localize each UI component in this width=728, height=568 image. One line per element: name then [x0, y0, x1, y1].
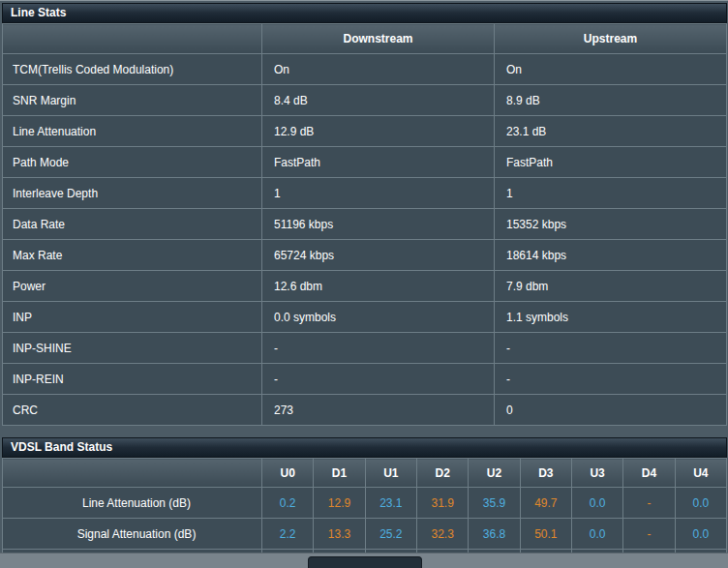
band-column-header-d1: D1	[314, 459, 365, 488]
stat-upstream-value: On	[495, 54, 727, 85]
band-column-header-u2: U2	[469, 459, 520, 488]
stat-label: SNR Margin	[3, 85, 262, 116]
band-value-u3: 0.0	[571, 488, 622, 519]
stat-upstream-value: -	[495, 364, 727, 395]
stat-label: Line Attenuation	[3, 116, 262, 147]
table-row: TCM(Trellis Coded Modulation) On On	[3, 54, 727, 85]
band-value-d4: -	[623, 488, 675, 519]
band-value-u2: 35.9	[469, 488, 520, 519]
stat-upstream-value: 8.9 dB	[495, 85, 727, 116]
band-value-d2: 32.3	[416, 519, 468, 550]
band-stat-label: Line Attenuation (dB)	[3, 488, 262, 519]
band-value-d1: 13.3	[314, 519, 365, 550]
stat-upstream-value: 1.1 symbols	[495, 302, 727, 333]
dsl-stats-page: Line Stats Downstream Upstream TCM(Trell…	[0, 0, 728, 568]
band-value-d2: 31.9	[416, 488, 468, 519]
table-row: Path Mode FastPath FastPath	[3, 147, 727, 178]
stat-upstream-value: 7.9 dbm	[495, 271, 727, 302]
stat-label: Path Mode	[3, 147, 262, 178]
line-stats-panel: Line Stats Downstream Upstream TCM(Trell…	[2, 3, 727, 426]
line-stats-header-row: Downstream Upstream	[3, 24, 727, 54]
band-column-header-u4: U4	[675, 459, 726, 488]
table-row: Signal Attenuation (dB) 2.2 13.3 25.2 32…	[3, 519, 727, 550]
stat-upstream-value: 18614 kbps	[495, 240, 727, 271]
band-value-u0: 0.2	[262, 488, 314, 519]
stat-label: INP-SHINE	[3, 333, 262, 364]
band-value-u0: 2.2	[262, 519, 314, 550]
table-row: INP-REIN - -	[3, 364, 727, 395]
refresh-button-partial[interactable]	[308, 556, 422, 568]
stat-label: CRC	[3, 395, 262, 426]
band-value-u4: 0.0	[675, 488, 726, 519]
table-row: Interleave Depth 1 1	[3, 178, 727, 209]
table-row: INP-SHINE - -	[3, 333, 727, 364]
stat-upstream-value: -	[495, 333, 727, 364]
stat-downstream-value: 12.6 dbm	[262, 271, 495, 302]
stat-label: INP	[3, 302, 262, 333]
stat-downstream-value: 51196 kbps	[262, 209, 495, 240]
band-value-u2: 36.8	[469, 519, 520, 550]
band-column-header-u3: U3	[571, 459, 622, 488]
table-row: CRC 273 0	[3, 395, 727, 426]
vdsl-band-status-table: U0 D1 U1 D2 U2 D3 U3 D4 U4 Line Attenuat…	[2, 458, 727, 568]
table-row: Line Attenuation (dB) 0.2 12.9 23.1 31.9…	[3, 488, 727, 519]
band-column-header-u0: U0	[262, 459, 314, 488]
stat-downstream-value: 273	[262, 395, 495, 426]
empty-header-cell	[3, 24, 262, 54]
stat-downstream-value: -	[262, 364, 495, 395]
stat-label: Interleave Depth	[3, 178, 262, 209]
stat-label: Data Rate	[3, 209, 262, 240]
band-value-u1: 25.2	[365, 519, 416, 550]
stat-downstream-value: 12.9 dB	[262, 116, 495, 147]
band-value-d3: 49.7	[520, 488, 571, 519]
vdsl-header-row: U0 D1 U1 D2 U2 D3 U3 D4 U4	[3, 459, 727, 488]
table-row: INP 0.0 symbols 1.1 symbols	[3, 302, 727, 333]
table-row: Max Rate 65724 kbps 18614 kbps	[3, 240, 727, 271]
vdsl-band-status-panel: VDSL Band Status U0 D1 U1 D2 U2 D3 U3 D4…	[2, 437, 727, 568]
band-column-header-d4: D4	[623, 459, 675, 488]
band-value-d3: 50.1	[520, 519, 571, 550]
band-column-header-u1: U1	[365, 459, 416, 488]
stat-downstream-value: 0.0 symbols	[262, 302, 495, 333]
stat-upstream-value: FastPath	[495, 147, 727, 178]
line-stats-title: Line Stats	[2, 3, 727, 23]
band-stat-label: Signal Attenuation (dB)	[3, 519, 262, 550]
table-row: Power 12.6 dbm 7.9 dbm	[3, 271, 727, 302]
stat-downstream-value: 8.4 dB	[262, 85, 495, 116]
band-value-u4: 0.0	[675, 519, 726, 550]
stat-upstream-value: 15352 kbps	[495, 209, 727, 240]
band-value-d4: -	[623, 519, 675, 550]
band-value-u1: 23.1	[365, 488, 416, 519]
stat-downstream-value: 1	[262, 178, 495, 209]
vdsl-band-status-title: VDSL Band Status	[2, 437, 727, 458]
stat-downstream-value: -	[262, 333, 495, 364]
band-column-header-d3: D3	[520, 459, 571, 488]
stat-downstream-value: On	[262, 54, 495, 85]
band-value-u3: 0.0	[571, 519, 622, 550]
empty-header-cell	[3, 459, 262, 488]
stat-upstream-value: 1	[495, 178, 727, 209]
stat-label: Power	[3, 271, 262, 302]
table-row: SNR Margin 8.4 dB 8.9 dB	[3, 85, 727, 116]
stat-upstream-value: 0	[495, 395, 727, 426]
stat-label: Max Rate	[3, 240, 262, 271]
stat-downstream-value: 65724 kbps	[262, 240, 495, 271]
stat-label: INP-REIN	[3, 364, 262, 395]
band-value-d1: 12.9	[314, 488, 365, 519]
band-column-header-d2: D2	[416, 459, 468, 488]
table-row: Line Attenuation 12.9 dB 23.1 dB	[3, 116, 727, 147]
stat-downstream-value: FastPath	[262, 147, 495, 178]
downstream-column-header: Downstream	[262, 24, 495, 54]
upstream-column-header: Upstream	[495, 24, 727, 54]
stat-upstream-value: 23.1 dB	[495, 116, 727, 147]
line-stats-table: Downstream Upstream TCM(Trellis Coded Mo…	[2, 23, 727, 426]
stat-label: TCM(Trellis Coded Modulation)	[3, 54, 262, 85]
table-row: Data Rate 51196 kbps 15352 kbps	[3, 209, 727, 240]
